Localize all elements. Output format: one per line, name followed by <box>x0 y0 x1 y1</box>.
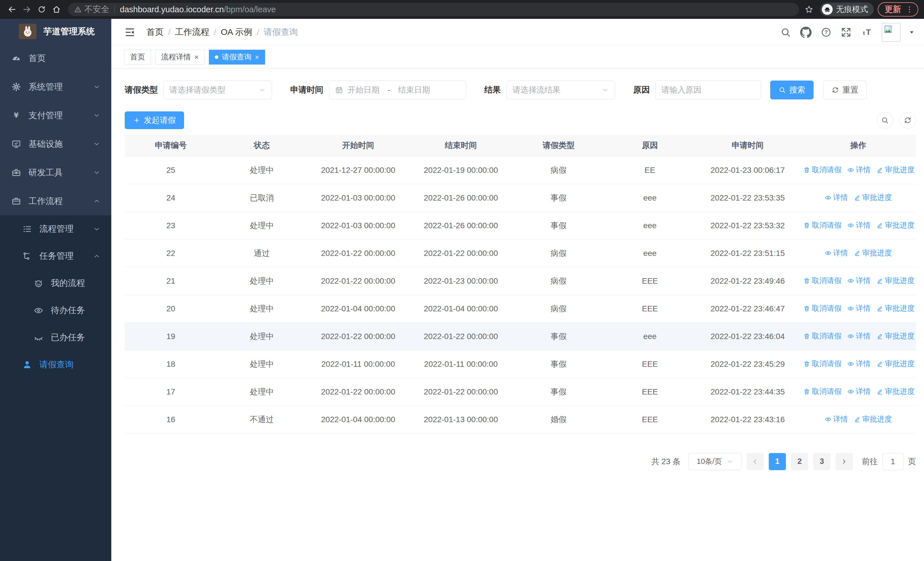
eye-icon <box>847 388 854 395</box>
search-button[interactable]: 搜索 <box>770 81 814 99</box>
progress-action-link[interactable]: 审批进度 <box>854 414 892 424</box>
pen-icon <box>876 167 883 173</box>
detail-action-link[interactable]: 详情 <box>825 193 848 203</box>
url-bar[interactable]: 不安全 dashboard.yudao.iocoder.cn/bpm/oa/le… <box>68 3 799 16</box>
detail-action-link[interactable]: 详情 <box>847 359 871 369</box>
sidebar-item-home[interactable]: 首页 <box>0 44 111 72</box>
cell-leave-type: 事假 <box>512 378 605 406</box>
detail-action-link[interactable]: 详情 <box>847 220 871 230</box>
cancel-action-link[interactable]: 取消请假 <box>803 331 842 341</box>
trash-icon <box>803 167 810 173</box>
leave-type-select[interactable]: 请选择请假类型 <box>164 81 272 99</box>
search-icon[interactable] <box>780 27 791 38</box>
breadcrumb-separator: / <box>214 27 216 37</box>
breadcrumb-item[interactable]: OA 示例 <box>221 26 252 38</box>
home-icon[interactable] <box>49 2 64 17</box>
page-button-2[interactable]: 2 <box>791 453 808 470</box>
sidebar-item-leave-query[interactable]: 请假查询 <box>0 351 111 378</box>
close-icon[interactable]: × <box>194 53 199 61</box>
progress-action-link[interactable]: 审批进度 <box>876 359 915 369</box>
prev-page-button[interactable] <box>747 453 764 470</box>
sidebar-item-infrastructure[interactable]: 基础设施 <box>0 130 111 158</box>
sidebar-item-process-management[interactable]: 流程管理 <box>0 215 111 242</box>
result-select[interactable]: 请选择流结果 <box>507 81 615 99</box>
page-button-3[interactable]: 3 <box>813 453 830 470</box>
sidebar-item-devtools[interactable]: 研发工具 <box>0 158 111 187</box>
breadcrumb-item[interactable]: 工作流程 <box>175 26 209 38</box>
sidebar-submenu: 流程管理任务管理我的流程待办任务已办任务请假查询 <box>0 215 111 561</box>
reload-icon[interactable] <box>34 2 49 17</box>
apply-time-range-picker[interactable]: 开始日期 - 结束日期 <box>329 81 466 99</box>
filter-form: 请假类型 请选择请假类型 申请时间 开始日期 - 结束日期 <box>125 81 916 99</box>
breadcrumb-item[interactable]: 首页 <box>146 26 164 38</box>
detail-action-link[interactable]: 详情 <box>847 303 871 313</box>
cancel-action-link[interactable]: 取消请假 <box>803 220 842 230</box>
refresh-table-button[interactable] <box>900 112 916 129</box>
create-leave-button[interactable]: 发起请假 <box>125 111 184 129</box>
tab-process-detail[interactable]: 流程详情× <box>155 50 205 65</box>
goto-page-input[interactable] <box>882 453 903 470</box>
sidebar-item-workflow[interactable]: 工作流程 <box>0 187 111 215</box>
fullscreen-icon[interactable] <box>841 27 852 38</box>
progress-action-link[interactable]: 审批进度 <box>854 193 892 203</box>
github-icon[interactable] <box>800 27 812 38</box>
detail-action-link[interactable]: 详情 <box>847 331 871 341</box>
cancel-action-link[interactable]: 取消请假 <box>803 165 842 175</box>
sidebar-item-system[interactable]: 系统管理 <box>0 72 111 101</box>
reason-input[interactable] <box>656 81 761 99</box>
progress-action-link[interactable]: 审批进度 <box>876 303 915 313</box>
caret-down-icon[interactable] <box>908 29 915 36</box>
sidebar-item-task-management[interactable]: 任务管理 <box>0 242 111 270</box>
browser-update-button[interactable]: 更新 <box>878 2 918 17</box>
progress-action-link[interactable]: 审批进度 <box>876 165 915 175</box>
forward-icon[interactable] <box>20 2 34 17</box>
divider <box>114 6 115 13</box>
flow-icon <box>22 251 32 261</box>
sidebar-item-my-process[interactable]: 我的流程 <box>0 270 111 297</box>
trash-icon <box>803 305 810 312</box>
back-icon[interactable] <box>4 2 20 17</box>
table-row: 22通过2022-01-22 00:00:002022-01-22 00:00:… <box>125 239 916 267</box>
menu-dots-icon[interactable] <box>905 5 914 14</box>
cell-status: 处理中 <box>217 267 307 295</box>
page-button-1[interactable]: 1 <box>769 453 786 470</box>
progress-action-link[interactable]: 审批进度 <box>876 331 915 341</box>
detail-action-link[interactable]: 详情 <box>825 248 848 258</box>
breadcrumb-item: 请假查询 <box>264 26 298 38</box>
cell-id: 19 <box>125 322 217 350</box>
help-icon[interactable]: ? <box>821 27 831 38</box>
tab-home[interactable]: 首页 <box>124 50 151 65</box>
cancel-action-link[interactable]: 取消请假 <box>803 303 842 313</box>
detail-action-link[interactable]: 详情 <box>847 276 871 286</box>
progress-action-link[interactable]: 审批进度 <box>876 387 915 397</box>
detail-action-link[interactable]: 详情 <box>847 165 871 175</box>
cancel-action-link[interactable]: 取消请假 <box>803 359 842 369</box>
sidebar-item-todo-tasks[interactable]: 待办任务 <box>0 297 111 324</box>
tab-leave-query[interactable]: 请假查询× <box>209 50 265 65</box>
cell-leave-type: 病假 <box>512 295 605 322</box>
sidebar-item-done-tasks[interactable]: 已办任务 <box>0 324 111 351</box>
progress-action-link[interactable]: 审批进度 <box>876 276 915 286</box>
face-icon <box>34 278 44 288</box>
close-icon[interactable]: × <box>255 53 259 61</box>
cancel-action-link[interactable]: 取消请假 <box>803 387 842 397</box>
toggle-search-button[interactable] <box>877 112 893 129</box>
font-size-icon[interactable]: tT <box>861 26 873 38</box>
chevron-left-icon <box>752 458 759 465</box>
sidebar-item-payment[interactable]: ¥支付管理 <box>0 101 111 130</box>
pen-icon <box>854 416 861 423</box>
cell-reason: EEE <box>605 378 695 406</box>
total-count: 共 23 条 <box>651 456 681 467</box>
progress-action-link[interactable]: 审批进度 <box>876 220 915 230</box>
progress-action-link[interactable]: 审批进度 <box>854 248 892 258</box>
sidebar-fold-icon[interactable] <box>124 27 135 38</box>
detail-action-link[interactable]: 详情 <box>825 414 848 424</box>
detail-action-link[interactable]: 详情 <box>847 387 871 397</box>
page-size-select[interactable]: 10条/页 <box>688 453 741 470</box>
cancel-action-link[interactable]: 取消请假 <box>803 276 842 286</box>
cell-id: 20 <box>125 295 217 322</box>
reset-button[interactable]: 重置 <box>823 81 867 99</box>
avatar[interactable] <box>882 23 901 42</box>
bookmark-star-icon[interactable] <box>802 2 816 17</box>
next-page-button[interactable] <box>836 453 853 470</box>
